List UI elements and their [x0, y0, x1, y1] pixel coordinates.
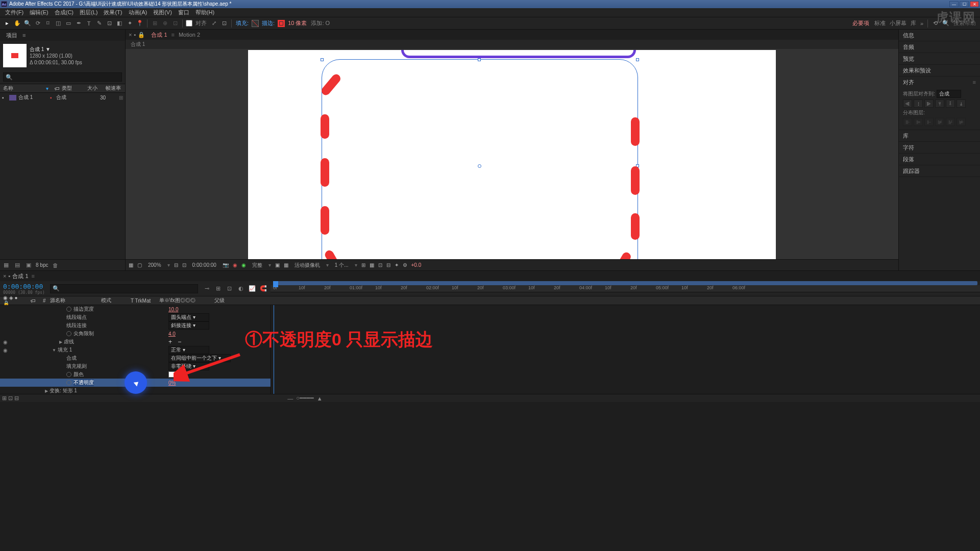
tl-shy-icon[interactable]: ⊸	[203, 285, 211, 293]
vp-icon3[interactable]: ⊡	[378, 262, 382, 268]
stopwatch-icon[interactable]	[66, 372, 71, 377]
col-size[interactable]: 大小	[84, 85, 103, 92]
preview-time[interactable]: 0:00:00:00	[190, 262, 218, 268]
zoom-select[interactable]: 200%	[146, 262, 163, 268]
eraser-tool-icon[interactable]: ◧	[115, 19, 124, 28]
panel-char[interactable]: 字符	[899, 142, 980, 153]
panel-preview[interactable]: 预览	[899, 53, 980, 64]
transp-icon[interactable]: ▦	[284, 262, 288, 268]
fill-label[interactable]: 填充:	[236, 19, 249, 27]
stroke-label[interactable]: 描边:	[262, 19, 275, 27]
project-search[interactable]: 🔍	[3, 72, 122, 82]
menu-file[interactable]: 文件(F)	[2, 9, 27, 16]
align-target[interactable]: 合成	[937, 90, 961, 98]
add-remove[interactable]: + −	[168, 338, 183, 345]
align-hcenter-icon[interactable]: ⫶	[914, 99, 923, 108]
handle-tr[interactable]	[636, 58, 639, 61]
menu-edit[interactable]: 编辑(E)	[27, 9, 52, 16]
snap-checkbox[interactable]	[186, 20, 192, 27]
stopwatch-icon[interactable]	[66, 307, 71, 312]
project-tab[interactable]: 项目	[3, 31, 20, 40]
safe-icon[interactable]: ⊟	[174, 262, 178, 268]
stopwatch-icon[interactable]	[66, 380, 71, 385]
zoom-tool-icon[interactable]: 🔍	[23, 19, 32, 28]
workspace-small[interactable]: 小屏幕	[890, 19, 906, 27]
anchor-point-icon[interactable]	[478, 164, 481, 168]
workspace-more-icon[interactable]: »	[920, 20, 923, 27]
toggle-switches-icon[interactable]: ⊞ ⊡ ⊟	[2, 395, 19, 402]
close-button[interactable]: ✕	[970, 1, 979, 7]
snapshot-icon[interactable]: 📷	[223, 262, 229, 268]
workspace-essentials[interactable]: 必要项	[849, 19, 872, 28]
snap-opt2-icon[interactable]: ⊡	[219, 19, 229, 28]
prop-value[interactable]: 10.0	[168, 307, 178, 312]
panel-audio[interactable]: 音频	[899, 41, 980, 53]
vp-icon1[interactable]: ⊞	[361, 262, 365, 268]
timecode[interactable]: 0:00:00:00	[3, 283, 45, 290]
roto-tool-icon[interactable]: ✦	[125, 19, 134, 28]
menu-help[interactable]: 帮助(H)	[192, 9, 217, 16]
comp-breadcrumb[interactable]: 合成 1	[126, 40, 898, 49]
align-top-icon[interactable]: ⫯	[935, 99, 944, 108]
clone-tool-icon[interactable]: ⊡	[105, 19, 114, 28]
new-folder-icon[interactable]: ▣	[24, 262, 33, 269]
panel-info[interactable]: 信息	[899, 30, 980, 41]
world-axis-icon[interactable]: ⊕	[160, 19, 169, 28]
handle-tc[interactable]	[478, 58, 481, 61]
comp-tab-1[interactable]: 合成 1	[147, 30, 171, 40]
menu-layer[interactable]: 图层(L)	[77, 9, 101, 16]
col-fps[interactable]: 帧速率	[103, 85, 124, 92]
panel-effects[interactable]: 效果和预设	[899, 65, 980, 76]
camera-tool-icon[interactable]: ⌑	[43, 19, 53, 28]
menu-view[interactable]: 视图(V)	[150, 9, 175, 16]
prop-row-0[interactable]: 描边宽度10.0	[0, 305, 271, 313]
col-mode[interactable]: 模式	[98, 297, 128, 304]
roi-icon[interactable]: ▣	[275, 262, 280, 268]
panel-para[interactable]: 段落	[899, 154, 980, 165]
align-bottom-icon[interactable]: ⫰	[957, 99, 966, 108]
tl-graph-icon[interactable]: 📈	[248, 285, 256, 293]
col-sw[interactable]: 单※\fx图◎◎◎	[156, 297, 211, 304]
views-select[interactable]: 1 个...	[333, 262, 351, 269]
workspace-lib[interactable]: 库	[911, 19, 916, 27]
align-left-icon[interactable]: ⫷	[903, 99, 912, 108]
panel-align[interactable]: 对齐≡	[899, 77, 980, 88]
handle-tl[interactable]	[321, 58, 324, 61]
prop-row-2[interactable]: 线段连接斜接连接 ▾	[0, 321, 271, 330]
maximize-button[interactable]: ☐	[960, 1, 969, 7]
timeline-search[interactable]: 🔍	[50, 284, 198, 293]
zoom-slider[interactable]: ○━━━━	[296, 395, 314, 402]
workspace-standard[interactable]: 标准	[874, 19, 886, 27]
stopwatch-icon[interactable]	[66, 331, 71, 336]
tl-comp-icon[interactable]: ⊞	[214, 285, 223, 293]
minimize-button[interactable]: —	[949, 1, 959, 7]
dropdown[interactable]: 圆头端点 ▾	[168, 313, 209, 321]
panel-lib[interactable]: 库	[899, 130, 980, 141]
canvas[interactable]	[248, 50, 776, 259]
col-type[interactable]: 类型	[59, 85, 84, 92]
trash-icon[interactable]: 🗑	[51, 262, 59, 269]
puppet-tool-icon[interactable]: 📍	[135, 19, 144, 28]
work-area[interactable]	[273, 281, 977, 285]
time-ruler[interactable]: 0f10f20f01:00f10f20f02:00f10f20f03:00f10…	[271, 285, 980, 292]
comp-flow-icon[interactable]: ▤	[13, 262, 21, 269]
camera-select[interactable]: 活动摄像机	[292, 262, 322, 269]
align-vcenter-icon[interactable]: ⫱	[946, 99, 955, 108]
panel-tracker[interactable]: 跟踪器	[899, 165, 980, 177]
vp-icon5[interactable]: ✦	[395, 262, 399, 268]
col-name[interactable]: 名称	[0, 85, 43, 92]
vp-gear-icon[interactable]: ⚙	[403, 262, 407, 268]
shape-tool-icon[interactable]: ▭	[64, 19, 73, 28]
fill-none-swatch[interactable]	[252, 20, 259, 27]
vp-icon2[interactable]: ▦	[370, 262, 374, 268]
comp-thumbnail[interactable]	[3, 44, 27, 67]
selection-tool-icon[interactable]: ▸	[3, 19, 12, 28]
channel-icon[interactable]: ◉	[233, 262, 237, 268]
prop-row-4[interactable]: ▶虚线+ −◉	[0, 338, 271, 346]
dropdown[interactable]: 斜接连接 ▾	[168, 321, 209, 330]
brush-tool-icon[interactable]: ✎	[94, 19, 104, 28]
res-select[interactable]: 完整	[250, 262, 264, 269]
tl-snap-icon[interactable]: 🧲	[259, 285, 267, 293]
text-tool-icon[interactable]: T	[84, 19, 93, 28]
zoom-in-icon[interactable]: ▲	[317, 395, 323, 402]
